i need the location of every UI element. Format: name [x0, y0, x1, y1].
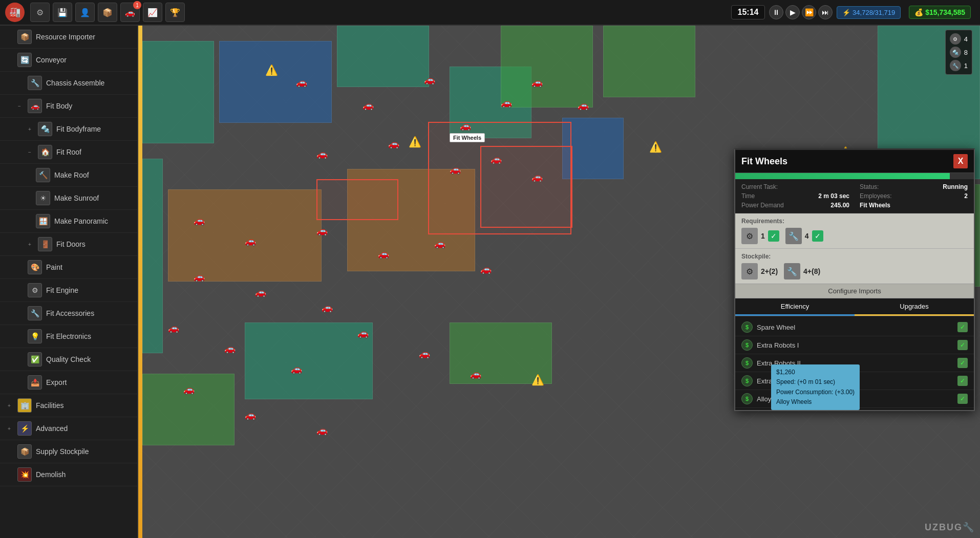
- achievements-btn[interactable]: 🏆: [165, 3, 185, 22]
- tooltip-speed: Speed: (+0 m 01 sec): [776, 377, 855, 387]
- popup-close-button[interactable]: X: [953, 154, 968, 168]
- play-btn[interactable]: ▶: [785, 5, 800, 19]
- sidebar-item-label: Quality Check: [46, 355, 91, 363]
- sidebar-item-fit-accessories[interactable]: 🔧 Fit Accessories: [0, 302, 137, 325]
- app-logo[interactable]: 🏭: [5, 3, 25, 22]
- factory-zone-orange-2: [347, 169, 475, 271]
- item-icon: 🎨: [28, 260, 42, 274]
- item-icon: ⚡: [17, 421, 32, 436]
- req-item-1: ⚙ 1 ✓: [741, 228, 779, 244]
- car-7: 🚗: [578, 100, 589, 111]
- profile-btn[interactable]: 👤: [75, 3, 95, 22]
- warning-icon-2: ⚠️: [409, 136, 421, 148]
- time-row: Time 2 m 03 sec: [741, 192, 849, 200]
- current-task-label: Current Task:: [741, 183, 778, 190]
- item-icon: 🚪: [38, 237, 52, 251]
- vehicles-btn[interactable]: 🚗 1: [120, 3, 140, 22]
- sidebar-item-conveyor[interactable]: 🔄 Conveyor: [0, 49, 137, 72]
- resource-icon-3: 🔧: [950, 60, 961, 71]
- car-26: 🚗: [357, 328, 369, 339]
- progress-bar-container: [735, 173, 974, 179]
- popup-tabs: Efficiency Upgrades: [735, 298, 974, 316]
- resource-row-1: ⚙ 4: [950, 32, 968, 46]
- upgrade-item-spare-wheel[interactable]: $ Spare Wheel ✓: [735, 318, 974, 336]
- car-3: 🚗: [424, 74, 435, 85]
- sidebar-item-fit-body[interactable]: − 🚗 Fit Body: [0, 95, 137, 118]
- sidebar-item-facilities[interactable]: + 🏢 Facilities: [0, 394, 137, 417]
- item-icon: 🚗: [28, 99, 42, 113]
- sidebar-item-paint[interactable]: 🎨 Paint: [0, 256, 137, 279]
- item-icon: 💥: [17, 467, 32, 482]
- expand-icon: [15, 309, 24, 317]
- configure-imports-button[interactable]: Configure Imports: [735, 284, 974, 298]
- tab-efficiency[interactable]: Efficiency: [735, 298, 855, 316]
- upgrade-dollar-icon-4: $: [741, 375, 753, 386]
- expand-icon: [5, 447, 13, 456]
- sidebar-item-advanced[interactable]: + ⚡ Advanced: [0, 417, 137, 440]
- sidebar-item-fit-bodyframe[interactable]: + 🔩 Fit Bodyframe: [0, 118, 137, 141]
- inventory-btn[interactable]: 📦: [98, 3, 117, 22]
- sidebar-item-quality-check[interactable]: ✅ Quality Check: [0, 348, 137, 371]
- expand-minus-icon: −: [15, 102, 24, 110]
- resource-row-3: 🔧 1: [950, 59, 968, 72]
- sidebar-item-make-sunroof[interactable]: ☀ Make Sunroof: [0, 187, 137, 210]
- car-2: 🚗: [363, 100, 374, 111]
- car-15: 🚗: [316, 225, 328, 236]
- fastest-btn[interactable]: ⏭: [818, 5, 833, 19]
- upgrade-item-extra-robots-i[interactable]: $ Extra Robots I ✓: [735, 336, 974, 354]
- req-item-2: 🔧 4 ✓: [785, 228, 823, 244]
- topbar: 🏭 ⚙ 💾 👤 📦 🚗 1 📈 🏆 15:14 ⏸ ▶ ⏩ ⏭ ⚡ 34,728…: [0, 0, 980, 26]
- car-24: 🚗: [291, 363, 302, 375]
- resource-panel: ⚙ 4 🔩 8 🔧 1: [945, 30, 972, 75]
- item-icon: ⚙: [28, 283, 42, 297]
- stockpile-label: Stockpile:: [741, 253, 968, 260]
- car-6: 🚗: [531, 77, 543, 88]
- fit-wheels-map-label[interactable]: Fit Wheels: [450, 133, 485, 142]
- stockpile-row: ⚙ 2+(2) 🔧 4+(8): [741, 263, 968, 279]
- sidebar-item-label: Chassis Assemble: [46, 79, 104, 87]
- car-18: 🚗: [480, 264, 492, 275]
- expand-icon: [5, 470, 13, 479]
- settings-btn[interactable]: ⚙: [30, 3, 50, 22]
- car-29: 🚗: [245, 410, 256, 421]
- sidebar-item-export[interactable]: 📤 Export: [0, 371, 137, 394]
- pause-btn[interactable]: ⏸: [769, 5, 783, 19]
- expand-icon: [5, 33, 13, 41]
- sidebar-item-fit-roof[interactable]: − 🏠 Fit Roof: [0, 141, 137, 164]
- sidebar-item-fit-engine[interactable]: ⚙ Fit Engine: [0, 279, 137, 302]
- expand-icon: [15, 79, 24, 87]
- sidebar-item-resource-importer[interactable]: 📦 Resource Importer: [0, 26, 137, 49]
- status-value: Running: [943, 183, 968, 190]
- current-task-value: Fit Wheels: [860, 202, 890, 209]
- expand-plus-icon: +: [5, 401, 13, 410]
- car-28: 🚗: [470, 369, 481, 380]
- stats-btn[interactable]: 📈: [143, 3, 162, 22]
- employees-row: Employees: 2: [860, 192, 968, 200]
- stock-icon-1: ⚙: [741, 263, 758, 279]
- fast-forward-btn[interactable]: ⏩: [802, 5, 816, 19]
- car-1: 🚗: [296, 77, 307, 88]
- current-task-row: Current Task:: [741, 183, 849, 190]
- car-4: 🚗: [460, 120, 471, 132]
- time-value: 2 m 03 sec: [818, 192, 849, 200]
- sidebar-item-fit-electronics[interactable]: 💡 Fit Electronics: [0, 325, 137, 348]
- sidebar-item-chassis-assemble[interactable]: 🔧 Chassis Assemble: [0, 72, 137, 95]
- tab-upgrades[interactable]: Upgrades: [855, 298, 974, 316]
- sidebar-item-fit-doors[interactable]: + 🚪 Fit Doors: [0, 233, 137, 256]
- sidebar-item-label: Make Sunroof: [54, 194, 99, 202]
- item-icon: 💡: [28, 329, 42, 343]
- sidebar-item-demolish[interactable]: 💥 Demolish: [0, 463, 137, 486]
- alloy-wheels-tooltip: $1,260 Speed: (+0 m 01 sec) Power Consum…: [771, 364, 860, 410]
- item-icon: ✅: [28, 352, 42, 367]
- car-16: 🚗: [378, 248, 389, 260]
- sidebar-item-make-panoramic[interactable]: 🪟 Make Panoramic: [0, 210, 137, 233]
- sidebar-item-label: Make Panoramic: [54, 217, 108, 225]
- power-demand-value: 245.00: [830, 202, 849, 209]
- car-14: 🚗: [245, 235, 256, 247]
- expand-plus-icon: +: [26, 240, 34, 248]
- sidebar-item-make-roof[interactable]: 🔨 Make Roof: [0, 164, 137, 187]
- power-demand-label: Power Demand: [741, 202, 784, 209]
- save-btn[interactable]: 💾: [53, 3, 72, 22]
- upgrade-dollar-icon-2: $: [741, 339, 753, 351]
- sidebar-item-supply-stockpile[interactable]: 📦 Supply Stockpile: [0, 440, 137, 463]
